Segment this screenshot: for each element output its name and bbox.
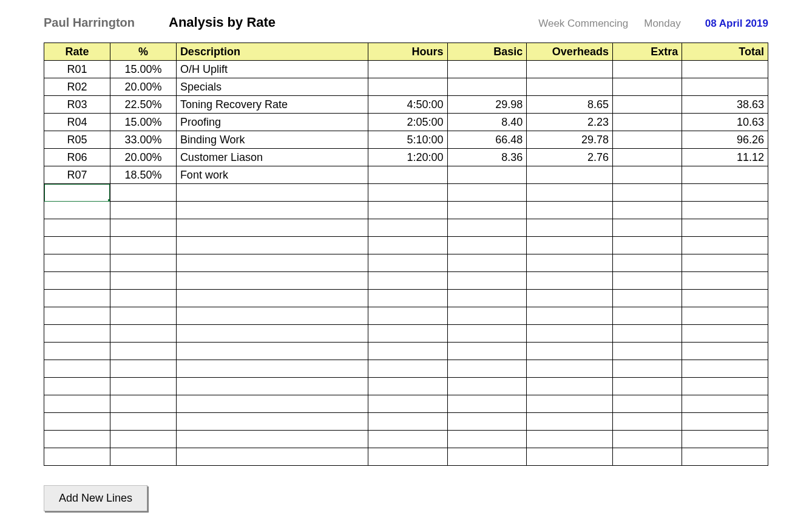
cell-total[interactable] <box>682 431 768 448</box>
cell-basic[interactable] <box>447 184 527 202</box>
table-row[interactable] <box>44 395 768 413</box>
cell-rate[interactable] <box>44 413 110 431</box>
cell-extra[interactable] <box>612 96 682 114</box>
cell-hours[interactable] <box>368 395 447 413</box>
cell-overheads[interactable] <box>527 413 613 431</box>
cell-rate[interactable] <box>44 219 110 237</box>
cell-hours[interactable] <box>368 78 447 96</box>
cell-basic[interactable] <box>447 431 527 448</box>
cell-extra[interactable] <box>612 272 682 290</box>
cell-basic[interactable] <box>447 202 527 219</box>
cell-hours[interactable]: 1:20:00 <box>368 149 447 166</box>
cell-description[interactable] <box>176 307 368 325</box>
cell-basic[interactable] <box>447 395 527 413</box>
cell-total[interactable] <box>682 378 768 395</box>
cell-description[interactable] <box>176 290 368 307</box>
cell-rate[interactable] <box>44 395 110 413</box>
cell-percent[interactable] <box>110 219 176 237</box>
table-row[interactable]: R0115.00%O/H Uplift <box>44 61 768 78</box>
cell-overheads[interactable] <box>527 360 613 378</box>
cell-basic[interactable] <box>447 448 527 466</box>
cell-rate[interactable]: R02 <box>44 78 110 96</box>
cell-overheads[interactable]: 2.76 <box>527 149 613 166</box>
table-row[interactable] <box>44 219 768 237</box>
cell-extra[interactable] <box>612 413 682 431</box>
cell-rate[interactable] <box>44 272 110 290</box>
cell-percent[interactable] <box>110 254 176 272</box>
cell-description[interactable] <box>176 272 368 290</box>
cell-overheads[interactable] <box>527 237 613 254</box>
cell-percent[interactable]: 15.00% <box>110 61 176 78</box>
cell-rate[interactable] <box>44 202 110 219</box>
cell-hours[interactable] <box>368 219 447 237</box>
cell-description[interactable]: Font work <box>176 166 368 184</box>
table-row[interactable] <box>44 254 768 272</box>
cell-percent[interactable]: 15.00% <box>110 114 176 131</box>
cell-overheads[interactable] <box>527 290 613 307</box>
cell-percent[interactable]: 22.50% <box>110 96 176 114</box>
cell-basic[interactable] <box>447 307 527 325</box>
cell-overheads[interactable] <box>527 343 613 360</box>
table-row[interactable] <box>44 202 768 219</box>
cell-extra[interactable] <box>612 61 682 78</box>
cell-rate[interactable] <box>44 325 110 343</box>
cell-overheads[interactable]: 2.23 <box>527 114 613 131</box>
cell-overheads[interactable] <box>527 395 613 413</box>
cell-basic[interactable] <box>447 378 527 395</box>
cell-extra[interactable] <box>612 254 682 272</box>
cell-description[interactable]: Customer Liason <box>176 149 368 166</box>
cell-description[interactable]: O/H Uplift <box>176 61 368 78</box>
table-row[interactable]: R0718.50%Font work <box>44 166 768 184</box>
cell-percent[interactable] <box>110 325 176 343</box>
cell-overheads[interactable] <box>527 307 613 325</box>
cell-total[interactable] <box>682 166 768 184</box>
cell-overheads[interactable] <box>527 78 613 96</box>
cell-description[interactable]: Binding Work <box>176 131 368 149</box>
cell-rate[interactable]: R06 <box>44 149 110 166</box>
cell-total[interactable] <box>682 61 768 78</box>
cell-hours[interactable]: 4:50:00 <box>368 96 447 114</box>
cell-rate[interactable]: R01 <box>44 61 110 78</box>
cell-percent[interactable] <box>110 272 176 290</box>
cell-extra[interactable] <box>612 219 682 237</box>
cell-rate[interactable] <box>44 307 110 325</box>
cell-extra[interactable] <box>612 114 682 131</box>
cell-rate[interactable]: R04 <box>44 114 110 131</box>
cell-basic[interactable] <box>447 413 527 431</box>
cell-basic[interactable] <box>447 325 527 343</box>
cell-overheads[interactable]: 29.78 <box>527 131 613 149</box>
cell-basic[interactable] <box>447 61 527 78</box>
cell-description[interactable] <box>176 395 368 413</box>
cell-total[interactable]: 38.63 <box>682 96 768 114</box>
cell-rate[interactable] <box>44 360 110 378</box>
cell-basic[interactable] <box>447 219 527 237</box>
cell-hours[interactable] <box>368 61 447 78</box>
cell-percent[interactable] <box>110 360 176 378</box>
table-row[interactable]: R0322.50%Toning Recovery Rate4:50:0029.9… <box>44 96 768 114</box>
cell-hours[interactable]: 2:05:00 <box>368 114 447 131</box>
cell-rate[interactable] <box>44 237 110 254</box>
cell-percent[interactable] <box>110 431 176 448</box>
cell-total[interactable] <box>682 413 768 431</box>
cell-extra[interactable] <box>612 78 682 96</box>
cell-hours[interactable] <box>368 166 447 184</box>
table-row[interactable] <box>44 343 768 360</box>
cell-overheads[interactable]: 8.65 <box>527 96 613 114</box>
cell-description[interactable] <box>176 202 368 219</box>
cell-basic[interactable] <box>447 254 527 272</box>
table-row[interactable]: R0220.00%Specials <box>44 78 768 96</box>
cell-rate[interactable] <box>44 431 110 448</box>
cell-overheads[interactable] <box>527 272 613 290</box>
cell-hours[interactable] <box>368 290 447 307</box>
cell-basic[interactable] <box>447 343 527 360</box>
cell-description[interactable] <box>176 237 368 254</box>
cell-total[interactable] <box>682 360 768 378</box>
table-row[interactable]: R0533.00%Binding Work5:10:0066.4829.7896… <box>44 131 768 149</box>
cell-percent[interactable] <box>110 290 176 307</box>
cell-description[interactable]: Proofing <box>176 114 368 131</box>
cell-hours[interactable] <box>368 360 447 378</box>
cell-basic[interactable] <box>447 290 527 307</box>
cell-total[interactable] <box>682 237 768 254</box>
cell-total[interactable]: 96.26 <box>682 131 768 149</box>
cell-percent[interactable] <box>110 184 176 202</box>
